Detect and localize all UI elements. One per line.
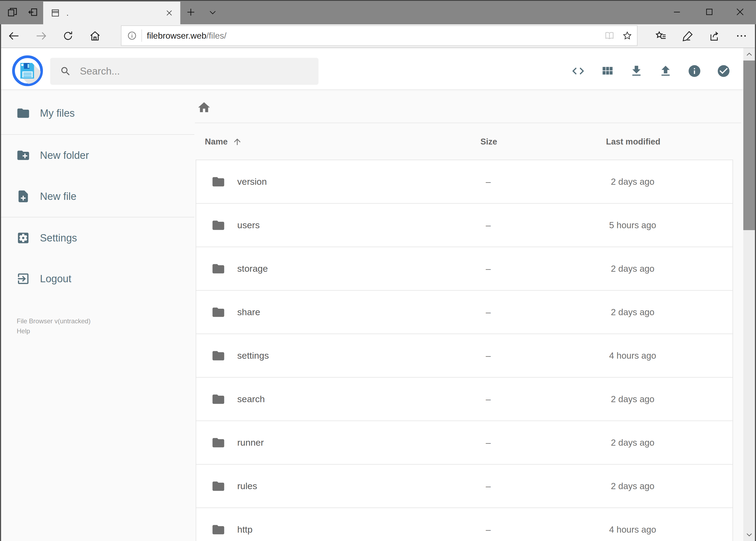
file-row[interactable]: http – 4 hours ago	[196, 507, 733, 541]
refresh-icon	[62, 30, 74, 42]
page-scrollbar[interactable]	[743, 48, 755, 541]
file-row[interactable]: version – 2 days ago	[196, 160, 733, 204]
file-size: –	[430, 394, 546, 404]
sidebar-item-logout[interactable]: Logout	[1, 264, 194, 293]
ellipsis-icon	[735, 30, 748, 42]
file-size: –	[430, 220, 546, 231]
scroll-up-button[interactable]	[743, 48, 755, 61]
close-button[interactable]	[727, 0, 753, 24]
browser-tab[interactable]: .	[43, 2, 180, 24]
sidebar-item-new-file[interactable]: New file	[1, 182, 194, 211]
download-icon	[630, 64, 643, 78]
scrollbar-thumb[interactable]	[743, 61, 755, 230]
tab-close-icon[interactable]	[165, 9, 173, 17]
web-note-button[interactable]	[679, 27, 697, 45]
sidebar-item-new-folder[interactable]: New folder	[1, 141, 194, 170]
back-icon	[8, 30, 20, 42]
file-row[interactable]: search – 2 days ago	[196, 377, 733, 421]
chevron-down-icon	[746, 531, 753, 538]
file-modified: 5 hours ago	[546, 220, 719, 231]
forward-button	[32, 27, 50, 45]
help-link[interactable]: Help	[17, 326, 91, 336]
set-tabs-aside-button[interactable]	[24, 4, 42, 21]
file-list: version – 2 days ago users – 5 hours ago…	[196, 160, 733, 541]
file-row[interactable]: rules – 2 days ago	[196, 464, 733, 508]
code-icon	[571, 64, 585, 78]
select-multiple-button[interactable]	[717, 64, 731, 78]
scroll-down-button[interactable]	[743, 529, 755, 541]
file-name: settings	[237, 350, 430, 361]
refresh-button[interactable]	[59, 27, 77, 45]
minimize-icon	[672, 7, 682, 17]
column-header-name[interactable]: Name	[196, 137, 431, 147]
download-button[interactable]	[630, 64, 643, 78]
file-size: –	[430, 481, 546, 491]
site-info-icon[interactable]	[127, 31, 137, 41]
sidebar-item-label: Logout	[40, 273, 71, 285]
file-size: –	[430, 437, 546, 448]
sidebar-item-label: My files	[40, 108, 75, 119]
file-size: –	[430, 350, 546, 361]
file-modified: 2 days ago	[546, 264, 719, 274]
tab-preview-button[interactable]	[3, 4, 22, 21]
code-view-button[interactable]	[571, 64, 585, 78]
tab-preview-icon	[7, 6, 18, 18]
file-name: rules	[237, 481, 430, 491]
sidebar-item-label: New folder	[40, 150, 89, 161]
home-button[interactable]	[86, 27, 104, 45]
folder-icon	[211, 392, 225, 406]
favorite-star-icon[interactable]	[622, 30, 632, 41]
folder-icon	[211, 262, 225, 276]
search-icon	[60, 66, 71, 77]
sidebar-item-label: New file	[40, 191, 76, 202]
sidebar-item-settings[interactable]: Settings	[1, 223, 194, 253]
new-tab-button[interactable]	[182, 4, 200, 21]
file-row[interactable]: runner – 2 days ago	[196, 420, 733, 465]
sidebar-footer: File Browser v(untracked) Help	[17, 316, 91, 336]
chevron-up-icon	[746, 51, 753, 58]
url-text: filebrowser.web/files/	[147, 31, 226, 41]
create-new-folder-icon	[16, 148, 30, 162]
share-button[interactable]	[705, 27, 723, 45]
forward-icon	[35, 30, 47, 42]
file-row[interactable]: users – 5 hours ago	[196, 203, 733, 247]
search-bar[interactable]	[50, 58, 319, 85]
maximize-button[interactable]	[696, 0, 722, 24]
file-name: http	[237, 524, 430, 535]
file-name: share	[237, 307, 430, 317]
minimize-button[interactable]	[664, 0, 690, 24]
search-input[interactable]	[79, 65, 316, 77]
settings-gear-icon	[16, 231, 30, 245]
file-row[interactable]: share – 2 days ago	[196, 290, 733, 334]
file-row[interactable]: storage – 2 days ago	[196, 247, 733, 290]
column-header-modified[interactable]: Last modified	[547, 137, 720, 147]
settings-more-button[interactable]	[732, 27, 750, 45]
address-bar[interactable]: filebrowser.web/files/	[121, 25, 637, 46]
back-button[interactable]	[5, 27, 23, 45]
share-icon	[708, 30, 721, 42]
file-name: runner	[237, 437, 430, 448]
sidebar-divider	[0, 217, 194, 218]
favorites-hub-button[interactable]	[652, 27, 670, 45]
url-path: /files/	[206, 31, 227, 41]
column-header-size[interactable]: Size	[431, 137, 547, 147]
upload-button[interactable]	[658, 64, 672, 78]
sidebar-item-label: Settings	[40, 232, 77, 244]
file-name: storage	[237, 264, 430, 274]
file-size: –	[430, 264, 546, 274]
breadcrumb-home-icon	[197, 101, 211, 115]
grid-view-button[interactable]	[600, 64, 614, 78]
file-name: search	[237, 394, 430, 404]
tab-list-button[interactable]	[203, 4, 222, 21]
tab-favicon-icon	[50, 8, 61, 18]
file-row[interactable]: settings – 4 hours ago	[196, 333, 733, 377]
folder-icon	[211, 479, 225, 493]
file-modified: 2 days ago	[546, 177, 719, 187]
sidebar-item-my-files[interactable]: My files	[1, 98, 194, 128]
breadcrumb-home-button[interactable]	[196, 99, 212, 116]
file-name: version	[237, 176, 430, 187]
window-right-border	[755, 24, 756, 541]
sidebar-divider	[0, 134, 194, 135]
browser-window: .	[0, 0, 756, 541]
info-button[interactable]	[687, 64, 701, 78]
